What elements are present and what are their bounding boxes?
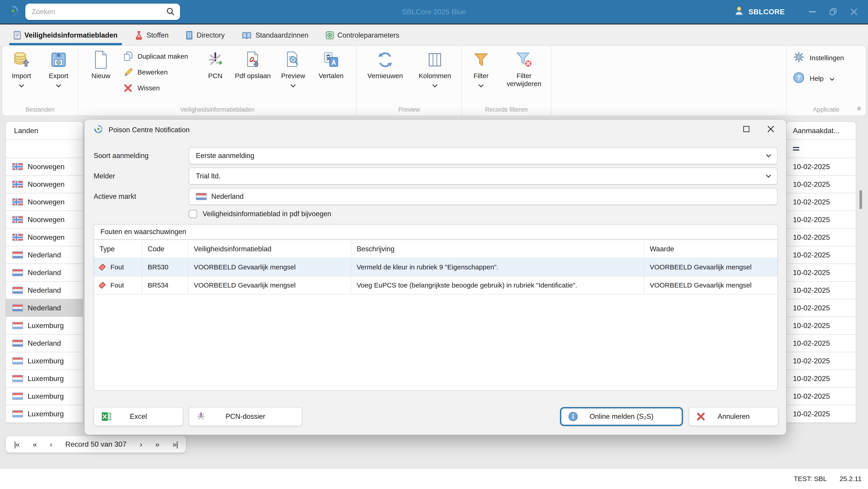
melder-select[interactable]: Trial ltd. bbox=[189, 168, 778, 185]
vertalen-button[interactable]: Vertalen bbox=[312, 46, 350, 80]
pcn-dossier-button[interactable]: PCN-dossier bbox=[189, 407, 302, 426]
group-menu-icon[interactable]: ≡ bbox=[857, 104, 861, 113]
country-row[interactable]: Luxemburg bbox=[6, 370, 83, 387]
minimize-button[interactable] bbox=[802, 3, 823, 21]
error-row[interactable]: Fout BR534 VOORBEELD Gevaarlijk mengsel … bbox=[94, 276, 778, 294]
date-row[interactable]: 10-02-2025 bbox=[786, 299, 856, 317]
user-account-button[interactable]: SBLCORE bbox=[734, 6, 785, 18]
error-row[interactable]: Fout BR530 VOORBEELD Gevaarlijk mengsel … bbox=[94, 258, 778, 276]
filter-verwijderen-button[interactable]: Filter verwijderen bbox=[500, 46, 548, 88]
pdf-bijvoegen-option: Veiligheidsinformatieblad in pdf bijvoeg… bbox=[189, 210, 331, 218]
export-button[interactable]: Export bbox=[42, 46, 75, 87]
last-record-button[interactable]: »| bbox=[172, 440, 178, 449]
modal-maximize-button[interactable] bbox=[743, 125, 750, 135]
bewerken-button[interactable]: Bewerken bbox=[119, 64, 199, 80]
pdf-opslaan-button[interactable]: Pdf opslaan bbox=[231, 46, 275, 80]
next-record-button[interactable]: › bbox=[140, 440, 142, 449]
date-row[interactable]: 10-02-2025 bbox=[786, 335, 856, 352]
landen-filter-row[interactable] bbox=[6, 140, 83, 158]
date-row[interactable]: 10-02-2025 bbox=[786, 246, 856, 264]
actieve-markt-field[interactable]: Nederland bbox=[189, 188, 778, 205]
ribbon-group-bestanden: Import Export bbox=[2, 46, 78, 115]
country-row[interactable]: Nederland bbox=[6, 282, 83, 299]
modal-close-button[interactable] bbox=[767, 125, 774, 135]
netherlands-flag-icon bbox=[12, 304, 23, 312]
country-row[interactable]: Noorwegen bbox=[6, 193, 83, 211]
landen-column-header[interactable]: Landen bbox=[6, 122, 83, 140]
preview-button[interactable]: Preview bbox=[275, 46, 312, 87]
country-row-selected[interactable]: Nederland bbox=[6, 299, 83, 317]
document-icon bbox=[13, 31, 21, 40]
tab-standaardzinnen[interactable]: Standaardzinnen bbox=[239, 25, 311, 45]
first-record-button[interactable]: |« bbox=[14, 440, 20, 449]
date-row[interactable]: 10-02-2025 bbox=[786, 282, 856, 299]
date-row[interactable]: 10-02-2025 bbox=[786, 158, 856, 176]
vernieuwen-button[interactable]: Vernieuwen bbox=[361, 46, 410, 80]
date-row[interactable]: 10-02-2025 bbox=[786, 352, 856, 370]
country-row[interactable]: Nederland bbox=[6, 335, 83, 352]
country-row[interactable]: Noorwegen bbox=[6, 176, 83, 193]
import-button[interactable]: Import bbox=[5, 46, 38, 87]
date-row[interactable]: 10-02-2025 bbox=[786, 405, 856, 423]
modal-title: Poison Centre Notification bbox=[108, 126, 189, 134]
next-page-button[interactable]: » bbox=[155, 440, 159, 449]
prev-record-button[interactable]: ‹ bbox=[50, 440, 52, 449]
col-type[interactable]: Type bbox=[94, 240, 142, 258]
col-beschrijving[interactable]: Beschrijving bbox=[351, 240, 644, 258]
app-window: SBLCore 2025 Blue SBLCORE bbox=[0, 0, 868, 489]
search-input[interactable] bbox=[32, 8, 163, 16]
search-icon[interactable] bbox=[165, 7, 176, 19]
country-row[interactable]: Nederland bbox=[6, 246, 83, 264]
close-button[interactable] bbox=[844, 3, 864, 21]
date-row[interactable]: 10-02-2025 bbox=[786, 264, 856, 282]
aanmaakdatum-column-header[interactable]: Aanmaakdat... bbox=[786, 122, 856, 140]
country-row[interactable]: Luxemburg bbox=[6, 405, 83, 423]
prev-page-button[interactable]: « bbox=[33, 440, 37, 449]
country-row[interactable]: Luxemburg bbox=[6, 387, 83, 405]
tab-stoffen[interactable]: Stoffen bbox=[132, 25, 172, 45]
col-blad[interactable]: Veiligheidsinformatieblad bbox=[188, 240, 351, 258]
duplicaat-maken-button[interactable]: Duplicaat maken bbox=[119, 49, 199, 64]
country-row[interactable]: Noorwegen bbox=[6, 211, 83, 229]
date-row[interactable]: 10-02-2025 bbox=[786, 317, 856, 335]
annuleren-button[interactable]: Annuleren bbox=[689, 407, 778, 426]
country-row[interactable]: Nederland bbox=[6, 264, 83, 282]
date-row[interactable]: 10-02-2025 bbox=[786, 211, 856, 229]
country-row[interactable]: Luxemburg bbox=[6, 317, 83, 335]
online-melden-button[interactable]: Online melden (S₂S) bbox=[560, 407, 683, 426]
wissen-button[interactable]: Wissen bbox=[119, 80, 199, 96]
col-code[interactable]: Code bbox=[142, 240, 188, 258]
instellingen-button[interactable]: Instellingen bbox=[793, 51, 844, 64]
group-label: Applicatie bbox=[786, 106, 866, 113]
pcn-button[interactable]: PCN bbox=[199, 46, 231, 80]
tab-directory[interactable]: Directory bbox=[183, 25, 227, 45]
excel-button[interactable]: Excel bbox=[94, 407, 183, 426]
tab-veiligheidsinformatiebladen[interactable]: Veiligheidsinformatiebladen bbox=[11, 25, 120, 45]
aanmaakdatum-filter-row[interactable] bbox=[786, 140, 856, 158]
help-button[interactable]: ? Help bbox=[793, 72, 834, 85]
errors-panel-title: Fouten en waarschuwingen bbox=[94, 225, 778, 240]
filter-button[interactable]: Filter bbox=[465, 46, 497, 87]
col-waarde[interactable]: Waarde bbox=[644, 240, 778, 258]
date-row[interactable]: 10-02-2025 bbox=[786, 193, 856, 211]
country-row[interactable]: Luxemburg bbox=[6, 352, 83, 370]
date-row[interactable]: 10-02-2025 bbox=[786, 176, 856, 193]
soort-aanmelding-select[interactable]: Eerste aanmelding bbox=[189, 147, 778, 164]
maximize-button[interactable] bbox=[823, 3, 844, 21]
date-row[interactable]: 10-02-2025 bbox=[786, 370, 856, 387]
target-icon bbox=[326, 31, 334, 39]
date-row[interactable]: 10-02-2025 bbox=[786, 229, 856, 246]
date-row[interactable]: 10-02-2025 bbox=[786, 387, 856, 405]
luxembourg-flag-icon bbox=[12, 393, 23, 400]
country-row[interactable]: Noorwegen bbox=[6, 229, 83, 246]
nieuw-button[interactable]: Nieuw bbox=[83, 46, 119, 80]
kolommen-button[interactable]: Kolommen bbox=[412, 46, 458, 87]
pdf-bijvoegen-checkbox[interactable] bbox=[189, 210, 197, 218]
book-icon bbox=[242, 31, 252, 39]
flask-icon bbox=[135, 31, 143, 40]
norway-flag-icon bbox=[12, 181, 23, 188]
vertical-scrollbar[interactable] bbox=[859, 190, 862, 209]
country-row[interactable]: Noorwegen bbox=[6, 158, 83, 176]
group-label: Bestanden bbox=[2, 106, 78, 113]
tab-controleparameters[interactable]: Controleparameters bbox=[323, 25, 402, 45]
